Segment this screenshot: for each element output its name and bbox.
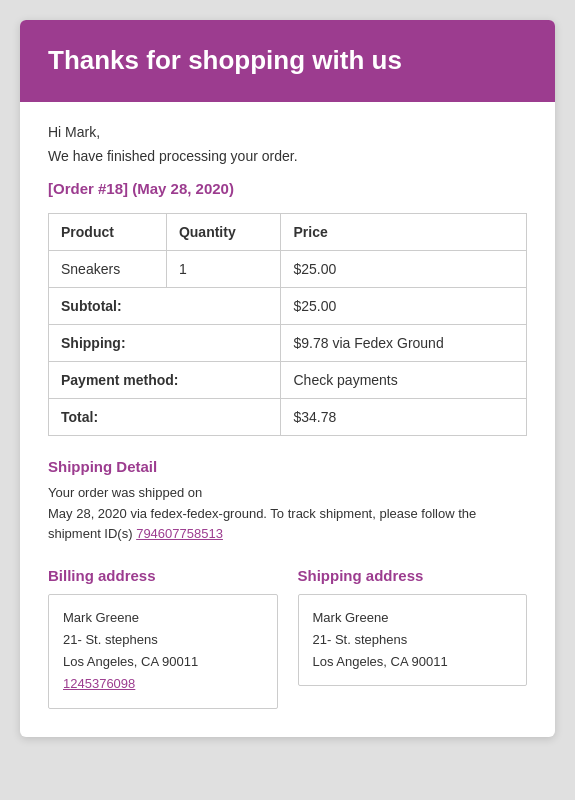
email-header: Thanks for shopping with us <box>20 20 555 102</box>
billing-address-box: Mark Greene 21- St. stephens Los Angeles… <box>48 594 278 708</box>
total-row: Total: $34.78 <box>49 398 527 435</box>
payment-label: Payment method: <box>49 361 281 398</box>
order-table: Product Quantity Price Sneakers 1 $25.00… <box>48 213 527 436</box>
table-row: Sneakers 1 $25.00 <box>49 250 527 287</box>
header-title: Thanks for shopping with us <box>48 44 527 78</box>
shipping-detail-title: Shipping Detail <box>48 458 527 475</box>
product-name: Sneakers <box>49 250 167 287</box>
greeting-text: Hi Mark, <box>48 124 527 140</box>
shipping-value: $9.78 via Fedex Ground <box>281 324 527 361</box>
col-quantity: Quantity <box>166 213 281 250</box>
payment-row: Payment method: Check payments <box>49 361 527 398</box>
total-value: $34.78 <box>281 398 527 435</box>
shipping-city: Los Angeles, CA 90011 <box>313 651 513 673</box>
billing-name: Mark Greene <box>63 607 263 629</box>
billing-address-title: Billing address <box>48 567 278 584</box>
billing-address-block: Billing address Mark Greene 21- St. step… <box>48 567 278 708</box>
shipping-address-box: Mark Greene 21- St. stephens Los Angeles… <box>298 594 528 686</box>
shipping-text-part1: Your order was shipped on <box>48 485 202 500</box>
subtotal-value: $25.00 <box>281 287 527 324</box>
shipping-street: 21- St. stephens <box>313 629 513 651</box>
processing-text: We have finished processing your order. <box>48 148 527 164</box>
address-section: Billing address Mark Greene 21- St. step… <box>48 567 527 708</box>
billing-phone[interactable]: 1245376098 <box>63 676 135 691</box>
total-label: Total: <box>49 398 281 435</box>
email-card: Thanks for shopping with us Hi Mark, We … <box>20 20 555 737</box>
email-body: Hi Mark, We have finished processing you… <box>20 102 555 737</box>
product-price: $25.00 <box>281 250 527 287</box>
shipping-label: Shipping: <box>49 324 281 361</box>
shipping-text-part2: May 28, 2020 via fedex-fedex-ground. To … <box>48 506 476 542</box>
billing-city: Los Angeles, CA 90011 <box>63 651 263 673</box>
shipping-address-title: Shipping address <box>298 567 528 584</box>
shipping-detail-section: Shipping Detail Your order was shipped o… <box>48 458 527 545</box>
col-price: Price <box>281 213 527 250</box>
tracking-link[interactable]: 794607758513 <box>136 526 223 541</box>
subtotal-row: Subtotal: $25.00 <box>49 287 527 324</box>
billing-street: 21- St. stephens <box>63 629 263 651</box>
table-header-row: Product Quantity Price <box>49 213 527 250</box>
shipping-detail-text: Your order was shipped on May 28, 2020 v… <box>48 483 527 545</box>
shipping-row: Shipping: $9.78 via Fedex Ground <box>49 324 527 361</box>
shipping-name: Mark Greene <box>313 607 513 629</box>
order-title: [Order #18] (May 28, 2020) <box>48 180 527 197</box>
subtotal-label: Subtotal: <box>49 287 281 324</box>
shipping-address-block: Shipping address Mark Greene 21- St. ste… <box>298 567 528 708</box>
payment-value: Check payments <box>281 361 527 398</box>
col-product: Product <box>49 213 167 250</box>
product-quantity: 1 <box>166 250 281 287</box>
